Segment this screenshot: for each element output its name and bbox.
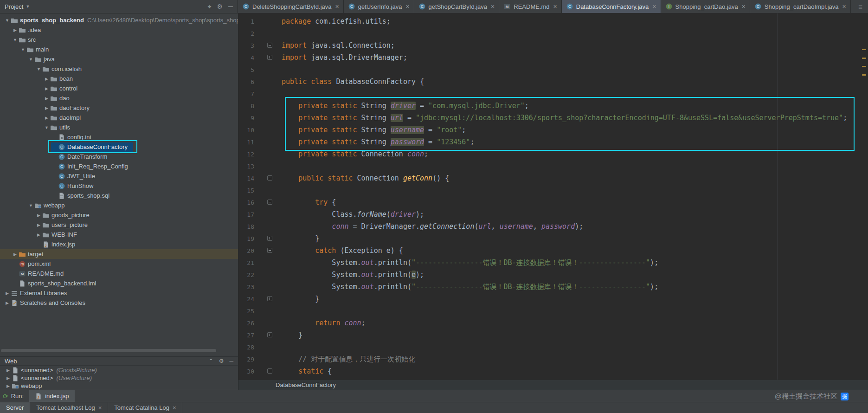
tree-item-goods-picture[interactable]: ▶goods_picture xyxy=(0,210,238,220)
tree-item-users-picture[interactable]: ▶users_picture xyxy=(0,220,238,230)
editor-tab-getuserinfo-java[interactable]: CgetUserInfo.java× xyxy=(344,0,414,13)
chevron-collapsed-icon[interactable]: ▶ xyxy=(43,96,50,101)
error-stripe-mark[interactable] xyxy=(862,49,866,50)
chevron-collapsed-icon[interactable]: ▶ xyxy=(43,106,50,110)
toolwindow-tab-tomcat-catalina-log[interactable]: Tomcat Catalina Log× xyxy=(108,402,182,413)
tree-item-index-jsp[interactable]: Jindex.jsp xyxy=(0,239,238,249)
fold-end-icon[interactable] xyxy=(267,332,272,337)
code-line-16[interactable]: try { xyxy=(282,196,868,208)
project-panel-title[interactable]: Project xyxy=(5,3,23,10)
code-line-29[interactable]: // 对于配置信息，只进行一次初始化 xyxy=(282,353,868,365)
tree-item-scratches-and-consoles[interactable]: ▶Scratches and Consoles xyxy=(0,298,238,308)
tree-item-bean[interactable]: ▶bean xyxy=(0,74,238,84)
hide-panel-icon[interactable]: ─ xyxy=(228,3,233,10)
code-line-15[interactable] xyxy=(282,184,868,196)
fold-end-icon[interactable] xyxy=(267,236,272,241)
code-line-22[interactable]: System.out.println(e); xyxy=(282,269,868,281)
toolwindow-tab-tomcat-localhost-log[interactable]: Tomcat Localhost Log× xyxy=(30,402,108,413)
chevron-collapsed-icon[interactable]: ▶ xyxy=(43,116,50,120)
tree-item-init-req-resp-config[interactable]: CInit_Req_Resp_Config xyxy=(0,161,238,171)
close-icon[interactable]: × xyxy=(553,3,557,10)
code-line-14[interactable]: public static Connection getConn() { xyxy=(282,172,868,184)
tree-item-jwt-utile[interactable]: CJWT_Utile xyxy=(0,171,238,181)
tree-item-target[interactable]: ▶target xyxy=(0,249,238,259)
toolwindow-tab-server[interactable]: Server xyxy=(0,402,30,413)
tree-item-config-ini[interactable]: config.ini xyxy=(0,132,238,142)
chevron-collapsed-icon[interactable]: ▶ xyxy=(35,223,42,227)
close-icon[interactable]: × xyxy=(742,3,746,10)
chevron-expanded-icon[interactable]: ▼ xyxy=(19,47,26,52)
breadcrumb-item[interactable]: DatabaseConnFactory xyxy=(276,381,336,388)
code-line-25[interactable] xyxy=(282,305,868,317)
chevron-collapsed-icon[interactable]: ▶ xyxy=(12,28,19,32)
code-line-27[interactable]: } xyxy=(282,329,868,341)
tree-item-pom-xml[interactable]: mpom.xml xyxy=(0,259,238,269)
chevron-collapsed-icon[interactable]: ▶ xyxy=(4,291,11,296)
chevron-expanded-icon[interactable]: ▼ xyxy=(43,125,50,130)
chevron-collapsed-icon[interactable]: ▶ xyxy=(5,376,12,381)
settings-gear-icon[interactable]: ⚙ xyxy=(219,358,224,364)
web-item-unnamed-goodspicture[interactable]: ▶<unnamed>(GoodsPicture) xyxy=(0,366,238,374)
tree-item-web-inf[interactable]: ▶WEB-INF xyxy=(0,230,238,239)
code-line-7[interactable] xyxy=(282,88,868,100)
close-icon[interactable]: × xyxy=(98,404,102,411)
close-icon[interactable]: × xyxy=(173,404,176,411)
code-line-9[interactable]: private static String url = "jdbc:mysql:… xyxy=(282,112,868,124)
chevron-collapsed-icon[interactable]: ▶ xyxy=(5,368,12,373)
tree-item-daofactory[interactable]: ▶daoFactory xyxy=(0,103,238,113)
settings-gear-icon[interactable]: ⚙ xyxy=(217,3,223,10)
code-line-4[interactable]: import java.sql.DriverManager; xyxy=(282,52,868,64)
chevron-collapsed-icon[interactable]: ▶ xyxy=(35,232,42,237)
horizontal-scrollbar[interactable] xyxy=(1,349,216,352)
tree-item-com-icefish[interactable]: ▼com.icefish xyxy=(0,64,238,74)
web-item-unnamed-userpicture[interactable]: ▶<unnamed>(UserPicture) xyxy=(0,374,238,382)
error-stripe-mark[interactable] xyxy=(862,58,866,59)
error-stripe-mark[interactable] xyxy=(862,74,866,76)
tree-item-dao[interactable]: ▶dao xyxy=(0,93,238,103)
tree-item-utils[interactable]: ▼utils xyxy=(0,123,238,132)
code-editor[interactable]: 1234567891011121314151617181920212223242… xyxy=(238,13,868,380)
code-line-17[interactable]: Class.forName(driver); xyxy=(282,208,868,220)
tree-item-idea[interactable]: ▶.idea xyxy=(0,25,238,35)
code-line-30[interactable]: static { xyxy=(282,365,868,377)
fold-start-icon[interactable] xyxy=(267,368,272,374)
close-icon[interactable]: × xyxy=(335,3,339,10)
web-item-webapp[interactable]: ▶webapp xyxy=(0,382,238,390)
chevron-collapsed-icon[interactable]: ▶ xyxy=(43,86,50,91)
chevron-expanded-icon[interactable]: ▼ xyxy=(12,38,19,42)
code-line-2[interactable] xyxy=(282,27,868,39)
code-line-28[interactable] xyxy=(282,341,868,353)
code-line-23[interactable]: System.out.println("----------------错误！D… xyxy=(282,281,868,293)
menu-icon[interactable]: ≡ xyxy=(853,0,868,13)
tree-item-databaseconnfactory[interactable]: CDatabaseConnFactory xyxy=(0,142,238,152)
code-line-3[interactable]: import java.sql.Connection; xyxy=(282,39,868,52)
chevron-expanded-icon[interactable]: ▼ xyxy=(27,203,34,208)
code-line-26[interactable]: return conn; xyxy=(282,317,868,329)
code-line-19[interactable]: } xyxy=(282,232,868,245)
code-line-1[interactable]: package com.icefish.utils; xyxy=(282,15,868,27)
close-icon[interactable]: × xyxy=(491,3,495,10)
editor-tab-readme-md[interactable]: MREADME.md× xyxy=(499,0,561,13)
code-line-18[interactable]: conn = DriverManager.getConnection(url, … xyxy=(282,220,868,232)
chevron-collapsed-icon[interactable]: ▶ xyxy=(43,77,50,81)
chevron-collapsed-icon[interactable]: ▶ xyxy=(4,301,11,305)
chevron-collapsed-icon[interactable]: ▶ xyxy=(12,252,19,257)
rerun-icon[interactable]: ⟳ xyxy=(3,393,8,400)
tree-item-sports-shop-sql[interactable]: sports_shop.sql xyxy=(0,191,238,200)
close-icon[interactable]: × xyxy=(842,3,846,10)
error-stripe-mark[interactable] xyxy=(862,66,866,67)
tree-item-control[interactable]: ▶control xyxy=(0,84,238,93)
tree-item-datetransform[interactable]: CDateTransform xyxy=(0,152,238,161)
editor-code-area[interactable]: package com.icefish.utils;import java.sq… xyxy=(282,13,868,380)
tree-item-src[interactable]: ▼src xyxy=(0,35,238,45)
tree-item-java[interactable]: ▼java xyxy=(0,54,238,64)
fold-start-icon[interactable] xyxy=(267,43,272,48)
tree-item-sports-shop-backend[interactable]: ▼sports_shop_backendC:\Users\26480\Deskt… xyxy=(0,15,238,25)
run-config-tab[interactable]: J index.jsp xyxy=(29,390,74,402)
tree-item-webapp[interactable]: ▼webapp xyxy=(0,200,238,210)
chevron-collapsed-icon[interactable]: ▶ xyxy=(5,384,12,388)
code-line-12[interactable]: private static Connection conn; xyxy=(282,148,868,160)
code-line-20[interactable]: catch (Exception e) { xyxy=(282,245,868,257)
tree-item-main[interactable]: ▼main xyxy=(0,45,238,54)
code-line-21[interactable]: System.out.println("----------------错误！D… xyxy=(282,257,868,269)
